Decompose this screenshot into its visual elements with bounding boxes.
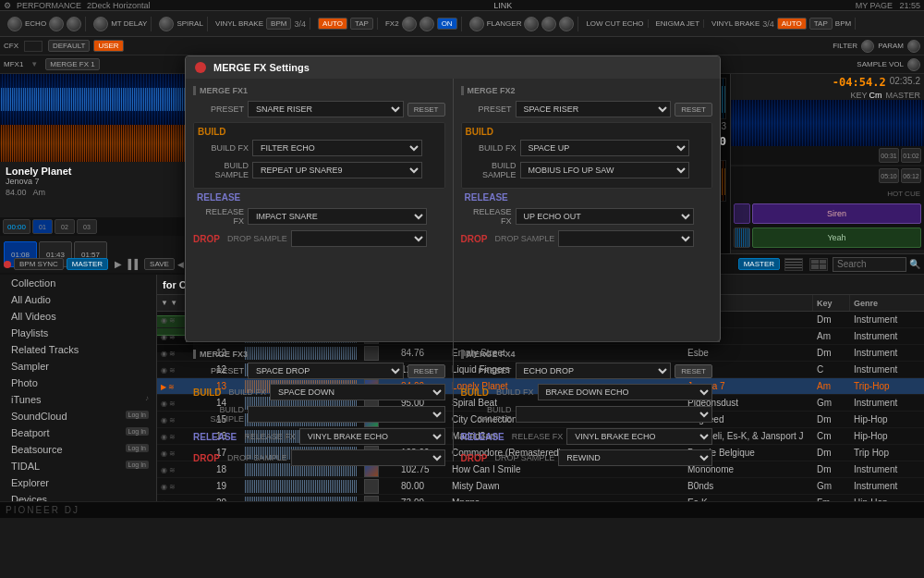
sidebar-item-itunes[interactable]: iTunes ♪ xyxy=(0,391,156,408)
sidebar-item-tidal[interactable]: TIDAL Log In xyxy=(0,458,156,474)
table-row[interactable]: ◉ ≋ 20 73.99 Mngns Es-K Fm Hip-Hop xyxy=(157,495,924,501)
deck-right-cue-2[interactable]: 01:02 xyxy=(901,148,921,163)
col-header-genre[interactable]: Genre xyxy=(850,295,924,311)
deck-left-marker3[interactable]: 03 xyxy=(77,219,97,234)
mfx3-drop-sample-select[interactable] xyxy=(291,449,445,466)
col-header-key[interactable]: Key xyxy=(813,295,850,311)
sidebar-item-sampler[interactable]: Sampler xyxy=(0,358,156,375)
modal-close-btn[interactable] xyxy=(195,62,206,73)
row-genre: Instrument xyxy=(850,481,924,491)
mfx1-build-fx-select[interactable]: FILTER ECHO xyxy=(252,140,422,156)
bpm-sync-btn[interactable]: BPM SYNC xyxy=(14,258,64,270)
top-bar-right: MY PAGE 21:55 xyxy=(856,1,920,10)
mfx3-release-fx-select[interactable]: VINYL BRAKE ECHO xyxy=(299,428,445,445)
mfx1-release-fx-select[interactable]: IMPACT SNARE xyxy=(248,208,427,225)
mfx4-reset-btn[interactable]: RESET xyxy=(675,364,712,378)
sample-right-1[interactable] xyxy=(734,203,750,224)
mfx3-build-fx-select[interactable]: SPACE DOWN xyxy=(270,384,444,400)
mfx2-preset-select[interactable]: SPACE RISER xyxy=(516,101,672,117)
mfx2-release-fx-row: RELEASE FX UP ECHO OUT xyxy=(461,207,713,226)
deck-left-waveform-orange xyxy=(0,125,193,162)
deck-right-cue-4[interactable]: 06:12 xyxy=(901,168,921,183)
flanger-knob[interactable] xyxy=(469,17,484,31)
mfx1-build-sample-select[interactable]: REPEAT UP SNARE9 xyxy=(252,162,422,178)
sidebar-item-playlists[interactable]: Playlists xyxy=(0,325,156,341)
mfx3-build-sample-select[interactable] xyxy=(248,406,445,423)
mfx4-release-fx-select[interactable]: VINYL BRAKE ECHO xyxy=(566,428,712,445)
mfx1-release-label: RELEASE xyxy=(197,192,240,203)
mfx2-build-sample-select[interactable]: MOBIUS LFO UP SAW xyxy=(520,162,690,178)
filter-knob[interactable] xyxy=(861,40,874,53)
sample-vol-knob[interactable] xyxy=(907,58,920,71)
view-icon-1[interactable] xyxy=(784,258,803,271)
bpm-button[interactable]: BPM xyxy=(266,18,291,30)
mfx1-drop-sample-label: DROP SAMPLE xyxy=(227,234,287,243)
table-row[interactable]: ◉ ≋ 19 80.00 Misty Dawn B0nds Gm Instrum… xyxy=(157,478,924,495)
auto-btn[interactable]: AUTO xyxy=(318,18,347,30)
sidebar-item-soundcloud[interactable]: SoundCloud Log In xyxy=(0,408,156,424)
sidebar-item-all-videos[interactable]: All Videos xyxy=(0,308,156,325)
cfx-user-btn[interactable]: USER xyxy=(93,40,123,52)
cfx-display xyxy=(24,41,43,52)
master-btn[interactable]: MASTER xyxy=(67,258,108,270)
view-icon-2[interactable] xyxy=(809,258,828,271)
fx2-knob[interactable] xyxy=(402,17,417,31)
mt-delay-knob[interactable] xyxy=(93,17,108,31)
mfx1-preset-select[interactable]: SNARE RISER xyxy=(248,101,404,117)
mfx4-drop-sample-select[interactable]: REWIND xyxy=(558,449,712,466)
mfx1-drop-sample-select[interactable] xyxy=(291,230,427,247)
merge-fx1-panel: MERGE FX1 PRESET SNARE RISER RESET BUILD… xyxy=(186,79,454,341)
sample-pad-siren[interactable]: Siren xyxy=(752,203,921,224)
deck-right-waveform xyxy=(731,100,924,146)
mfx4-preset-select[interactable]: ECHO DROP xyxy=(516,363,672,379)
deck-right-cue-3[interactable]: 05:10 xyxy=(879,168,899,183)
spiral-knob[interactable] xyxy=(159,17,174,31)
cfx-default-btn[interactable]: DEFAULT xyxy=(48,40,90,52)
sidebar-item-beatsource[interactable]: Beatsource Log In xyxy=(0,441,156,458)
mfx2-build-fx-select[interactable]: SPACE UP xyxy=(520,140,690,156)
flanger-knob2[interactable] xyxy=(524,17,539,31)
echo-knob2[interactable] xyxy=(49,17,64,31)
sidebar-item-explorer[interactable]: Explorer xyxy=(0,474,156,491)
performance-icon: ⚙ xyxy=(4,1,11,10)
row-preview xyxy=(240,480,360,493)
fx2-knob2[interactable] xyxy=(419,17,434,31)
sidebar-item-beatport[interactable]: Beatport Log In xyxy=(0,424,156,441)
mfx3-preset-select[interactable]: SPACE DROP xyxy=(248,363,404,379)
deck-left-time-00[interactable]: 00:00 xyxy=(3,219,30,234)
echo-knob3[interactable] xyxy=(67,17,81,31)
mfx4-build-sample-select[interactable] xyxy=(516,406,713,423)
sidebar-item-all-audio[interactable]: All Audio xyxy=(0,291,156,308)
fx2-active-btn[interactable]: ON xyxy=(437,18,457,30)
deck-left-marker1[interactable]: 01 xyxy=(32,219,53,234)
sidebar-item-devices[interactable]: Devices xyxy=(0,491,156,501)
sidebar-item-collection[interactable]: Collection xyxy=(0,275,156,291)
mfx4-build-fx-select[interactable]: BRAKE DOWN ECHO xyxy=(538,384,712,400)
search-input[interactable] xyxy=(833,257,906,272)
merge-fx1-btn[interactable]: MERGE FX 1 xyxy=(45,58,99,70)
flanger-knob4[interactable] xyxy=(559,17,574,31)
sidebar-item-related-tracks[interactable]: Related Tracks xyxy=(0,341,156,358)
mfx1-reset-btn[interactable]: RESET xyxy=(407,103,445,117)
deck-right-cue-1[interactable]: 00:31 xyxy=(879,148,899,163)
save-btn[interactable]: SAVE xyxy=(144,258,175,270)
param-knob[interactable] xyxy=(907,40,920,53)
deck-left-bpm: 84.00 Am xyxy=(6,188,188,197)
deck-right: -04:54.2 02:35.2 KEY Cm MASTER 00:31 01:… xyxy=(730,74,924,253)
flanger-knob3[interactable] xyxy=(541,17,556,31)
mfx4-drop-sample-label: DROP SAMPLE xyxy=(494,453,554,462)
master-mode-btn[interactable]: MASTER xyxy=(738,258,780,270)
echo-knob[interactable] xyxy=(7,17,22,31)
mfx4-release-fx-label: RELEASE FX xyxy=(512,432,564,441)
sidebar-item-photo[interactable]: Photo xyxy=(0,375,156,391)
mfx2-release-fx-select[interactable]: UP ECHO OUT xyxy=(516,208,695,225)
tap2-btn[interactable]: TAP xyxy=(809,18,833,30)
sample-pad-yeah-right[interactable]: Yeah xyxy=(752,228,921,248)
row-key: C xyxy=(813,364,850,375)
mfx2-drop-sample-select[interactable] xyxy=(558,230,694,247)
tap-btn[interactable]: TAP xyxy=(350,18,373,30)
mfx2-reset-btn[interactable]: RESET xyxy=(675,103,712,117)
auto2-btn[interactable]: AUTO xyxy=(777,18,807,30)
mfx3-reset-btn[interactable]: RESET xyxy=(407,364,445,378)
deck-left-marker2[interactable]: 02 xyxy=(55,219,75,234)
